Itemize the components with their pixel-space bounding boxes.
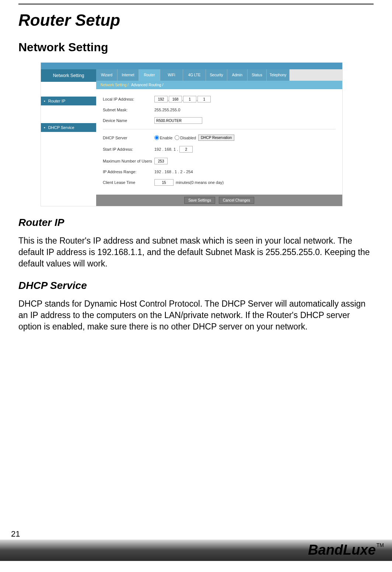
label-ip-range: IP Address Range: (103, 170, 154, 174)
tab-router[interactable]: Router (139, 69, 160, 81)
tab-4glte[interactable]: 4G LTE (183, 69, 206, 81)
tab-admin[interactable]: Admin (227, 69, 248, 81)
label-device-name: Device Name (103, 118, 154, 123)
label-lease-time: Client Lease Time (103, 180, 154, 185)
left-sidebar: Network Setting Router IP DHCP Service (41, 69, 96, 206)
label-max-users: Maximum Number of Users (103, 159, 154, 163)
label-start-ip: Start IP Address: (103, 147, 154, 151)
dhcp-disabled-label: Disabled (180, 136, 196, 140)
label-local-ip: Local IP Address: (103, 97, 154, 101)
lease-time-suffix: minutes(0 means one day) (176, 180, 224, 185)
heading-router-ip: Router IP (18, 217, 374, 229)
save-settings-button[interactable]: Save Settings (184, 197, 215, 204)
subtab-network-setting[interactable]: Network Setting / (101, 83, 129, 87)
sidebar-network-setting[interactable]: Network Setting (41, 69, 96, 82)
action-button-bar: Save Settings Cancel Changes (96, 195, 342, 206)
window-titlebar (41, 63, 342, 69)
top-tabs: Wizard Internet Router WiFi 4G LTE Secur… (96, 69, 342, 81)
form-area: Local IP Address: . . . Subnet Mask: 255… (96, 89, 342, 195)
brand-text: BandLuxe (308, 542, 376, 558)
page-number: 21 (11, 529, 20, 539)
subtab-advanced-routing[interactable]: Advanced Routing / (131, 83, 163, 87)
device-name-field[interactable] (154, 117, 202, 124)
router-admin-screenshot: Network Setting Router IP DHCP Service W… (41, 62, 343, 206)
page-top-rule (18, 4, 374, 4)
tab-security[interactable]: Security (206, 69, 227, 81)
tab-internet[interactable]: Internet (118, 69, 139, 81)
heading-dhcp-service: DHCP Service (18, 280, 374, 292)
tab-wifi[interactable]: WiFi (160, 69, 183, 81)
sub-tab-bar: Network Setting / Advanced Routing / (96, 81, 342, 89)
brand-logo: BandLuxeTM (308, 542, 384, 558)
local-ip-octet3[interactable] (183, 96, 196, 102)
local-ip-octet2[interactable] (169, 96, 182, 102)
local-ip-octet1[interactable] (154, 96, 168, 102)
dhcp-disabled-radio[interactable] (175, 135, 179, 140)
start-ip-last-octet[interactable] (179, 146, 193, 153)
divider (103, 129, 336, 129)
section-heading: Network Setting (18, 41, 374, 54)
tab-wizard[interactable]: Wizard (96, 69, 118, 81)
page-title: Router Setup (18, 11, 374, 29)
paragraph-dhcp-service: DHCP stands for Dynamic Host Control Pro… (18, 298, 374, 332)
start-ip-prefix: 192 . 168. 1 . (154, 147, 178, 151)
label-subnet-mask: Subnet Mask: (103, 108, 154, 112)
sidebar-dhcp-service[interactable]: DHCP Service (41, 123, 96, 132)
trademark-symbol: TM (377, 542, 384, 548)
max-users-field[interactable] (154, 158, 168, 164)
lease-time-field[interactable] (154, 179, 174, 186)
dhcp-enable-radio[interactable] (154, 135, 159, 140)
tab-telephony[interactable]: Telephony (267, 69, 290, 81)
label-dhcp-server: DHCP Server (103, 136, 154, 140)
tab-status[interactable]: Status (248, 69, 267, 81)
dhcp-enable-label: Enable (160, 136, 172, 140)
dhcp-reservation-button[interactable]: DHCP Reservation (198, 135, 234, 141)
paragraph-router-ip: This is the Router's IP address and subn… (18, 235, 374, 269)
local-ip-octet4[interactable] (197, 96, 211, 102)
sidebar-router-ip[interactable]: Router IP (41, 97, 96, 105)
value-ip-range: 192 . 168 . 1 . 2 - 254 (154, 170, 193, 174)
cancel-changes-button[interactable]: Cancel Changes (219, 197, 254, 204)
value-subnet-mask: 255.255.255.0 (154, 108, 180, 112)
